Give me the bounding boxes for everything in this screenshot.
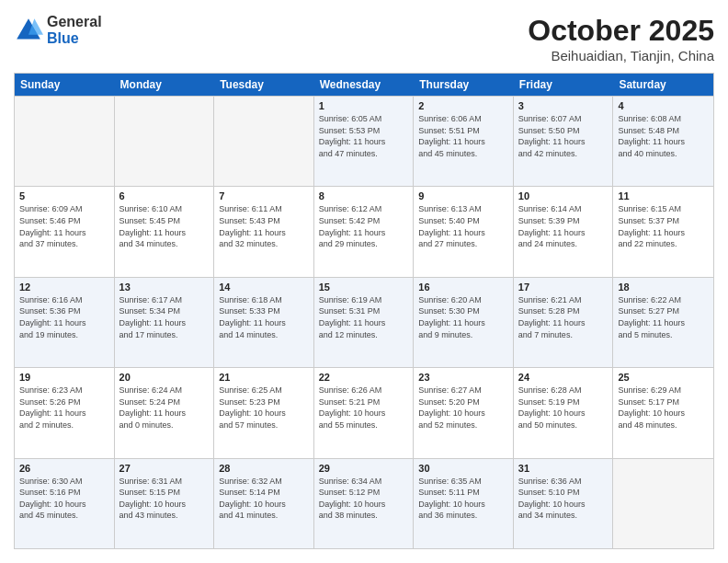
day-info: Sunrise: 6:06 AM Sunset: 5:51 PM Dayligh… — [418, 113, 508, 159]
day-number: 26 — [19, 463, 109, 474]
calendar-cell-5-sunday: 5Sunrise: 6:09 AM Sunset: 5:46 PM Daylig… — [15, 187, 115, 276]
day-info: Sunrise: 6:17 AM Sunset: 5:34 PM Dayligh… — [119, 294, 210, 340]
day-info: Sunrise: 6:29 AM Sunset: 5:17 PM Dayligh… — [618, 385, 709, 431]
day-number: 4 — [618, 100, 709, 111]
calendar-week-1: 1Sunrise: 6:05 AM Sunset: 5:53 PM Daylig… — [15, 96, 713, 186]
calendar-cell-8-wednesday: 8Sunrise: 6:12 AM Sunset: 5:42 PM Daylig… — [314, 187, 415, 276]
title-block: October 2025 Beihuaidian, Tianjin, China — [528, 14, 714, 63]
calendar-week-5: 26Sunrise: 6:30 AM Sunset: 5:16 PM Dayli… — [15, 458, 713, 548]
calendar-week-2: 5Sunrise: 6:09 AM Sunset: 5:46 PM Daylig… — [15, 186, 713, 276]
weekday-header-saturday: Saturday — [613, 74, 713, 96]
calendar-cell-19-sunday: 19Sunrise: 6:23 AM Sunset: 5:26 PM Dayli… — [15, 368, 115, 457]
day-info: Sunrise: 6:12 AM Sunset: 5:42 PM Dayligh… — [319, 203, 409, 249]
day-number: 7 — [219, 190, 309, 201]
day-number: 10 — [518, 190, 609, 201]
day-info: Sunrise: 6:34 AM Sunset: 5:12 PM Dayligh… — [319, 476, 409, 522]
weekday-header-thursday: Thursday — [414, 74, 514, 96]
logo-general-text: General — [47, 14, 102, 30]
calendar-cell-26-sunday: 26Sunrise: 6:30 AM Sunset: 5:16 PM Dayli… — [15, 459, 115, 548]
calendar-cell-18-saturday: 18Sunrise: 6:22 AM Sunset: 5:27 PM Dayli… — [613, 278, 713, 367]
day-number: 27 — [119, 463, 210, 474]
day-number: 17 — [518, 282, 609, 293]
day-number: 1 — [319, 100, 409, 111]
day-info: Sunrise: 6:21 AM Sunset: 5:28 PM Dayligh… — [518, 294, 609, 340]
day-info: Sunrise: 6:15 AM Sunset: 5:37 PM Dayligh… — [618, 203, 709, 249]
day-info: Sunrise: 6:18 AM Sunset: 5:33 PM Dayligh… — [219, 294, 309, 340]
day-info: Sunrise: 6:11 AM Sunset: 5:43 PM Dayligh… — [219, 203, 309, 249]
day-number: 11 — [618, 190, 709, 201]
day-number: 5 — [19, 190, 109, 201]
calendar-week-4: 19Sunrise: 6:23 AM Sunset: 5:26 PM Dayli… — [15, 367, 713, 457]
weekday-header-friday: Friday — [514, 74, 614, 96]
day-info: Sunrise: 6:35 AM Sunset: 5:11 PM Dayligh… — [418, 476, 508, 522]
day-info: Sunrise: 6:28 AM Sunset: 5:19 PM Dayligh… — [518, 385, 609, 431]
day-number: 15 — [319, 282, 409, 293]
logo-blue-text: Blue — [47, 30, 102, 47]
calendar-cell-28-tuesday: 28Sunrise: 6:32 AM Sunset: 5:14 PM Dayli… — [214, 459, 314, 548]
day-number: 22 — [319, 372, 409, 383]
calendar-cell-16-thursday: 16Sunrise: 6:20 AM Sunset: 5:30 PM Dayli… — [414, 278, 514, 367]
day-number: 21 — [219, 372, 309, 383]
calendar-cell-2-thursday: 2Sunrise: 6:06 AM Sunset: 5:51 PM Daylig… — [414, 97, 514, 186]
calendar-cell-11-saturday: 11Sunrise: 6:15 AM Sunset: 5:37 PM Dayli… — [613, 187, 713, 276]
calendar-body: 1Sunrise: 6:05 AM Sunset: 5:53 PM Daylig… — [15, 96, 713, 548]
day-info: Sunrise: 6:27 AM Sunset: 5:20 PM Dayligh… — [418, 385, 508, 431]
day-number: 23 — [418, 372, 508, 383]
calendar-cell-17-friday: 17Sunrise: 6:21 AM Sunset: 5:28 PM Dayli… — [514, 278, 614, 367]
day-info: Sunrise: 6:14 AM Sunset: 5:39 PM Dayligh… — [518, 203, 609, 249]
calendar-cell-empty-sunday — [15, 97, 115, 186]
weekday-header-tuesday: Tuesday — [214, 74, 314, 96]
calendar-cell-10-friday: 10Sunrise: 6:14 AM Sunset: 5:39 PM Dayli… — [514, 187, 614, 276]
day-number: 13 — [119, 282, 210, 293]
day-info: Sunrise: 6:22 AM Sunset: 5:27 PM Dayligh… — [618, 294, 709, 340]
day-number: 31 — [518, 463, 609, 474]
logo-text: General Blue — [47, 14, 102, 46]
day-number: 6 — [119, 190, 210, 201]
day-number: 24 — [518, 372, 609, 383]
day-number: 12 — [19, 282, 109, 293]
day-number: 30 — [418, 463, 508, 474]
weekday-header-wednesday: Wednesday — [314, 74, 415, 96]
day-info: Sunrise: 6:10 AM Sunset: 5:45 PM Dayligh… — [119, 203, 210, 249]
day-info: Sunrise: 6:36 AM Sunset: 5:10 PM Dayligh… — [518, 476, 609, 522]
calendar-cell-25-saturday: 25Sunrise: 6:29 AM Sunset: 5:17 PM Dayli… — [613, 368, 713, 457]
day-number: 18 — [618, 282, 709, 293]
calendar-cell-15-wednesday: 15Sunrise: 6:19 AM Sunset: 5:31 PM Dayli… — [314, 278, 415, 367]
day-number: 28 — [219, 463, 309, 474]
calendar-cell-1-wednesday: 1Sunrise: 6:05 AM Sunset: 5:53 PM Daylig… — [314, 97, 415, 186]
month-title: October 2025 — [528, 14, 714, 48]
calendar-cell-3-friday: 3Sunrise: 6:07 AM Sunset: 5:50 PM Daylig… — [514, 97, 614, 186]
day-info: Sunrise: 6:09 AM Sunset: 5:46 PM Dayligh… — [19, 203, 109, 249]
day-info: Sunrise: 6:07 AM Sunset: 5:50 PM Dayligh… — [518, 113, 609, 159]
calendar-cell-27-monday: 27Sunrise: 6:31 AM Sunset: 5:15 PM Dayli… — [115, 459, 215, 548]
calendar-cell-22-wednesday: 22Sunrise: 6:26 AM Sunset: 5:21 PM Dayli… — [314, 368, 415, 457]
calendar-header: SundayMondayTuesdayWednesdayThursdayFrid… — [15, 74, 713, 96]
calendar-cell-21-tuesday: 21Sunrise: 6:25 AM Sunset: 5:23 PM Dayli… — [214, 368, 314, 457]
location: Beihuaidian, Tianjin, China — [528, 48, 714, 63]
day-number: 25 — [618, 372, 709, 383]
calendar-cell-9-thursday: 9Sunrise: 6:13 AM Sunset: 5:40 PM Daylig… — [414, 187, 514, 276]
page: General Blue October 2025 Beihuaidian, T… — [0, 0, 728, 563]
logo: General Blue — [14, 14, 102, 46]
header: General Blue October 2025 Beihuaidian, T… — [14, 14, 714, 63]
calendar-cell-empty-tuesday — [214, 97, 314, 186]
day-info: Sunrise: 6:32 AM Sunset: 5:14 PM Dayligh… — [219, 476, 309, 522]
day-info: Sunrise: 6:08 AM Sunset: 5:48 PM Dayligh… — [618, 113, 709, 159]
day-number: 29 — [319, 463, 409, 474]
logo-icon — [14, 16, 43, 45]
day-info: Sunrise: 6:23 AM Sunset: 5:26 PM Dayligh… — [19, 385, 109, 431]
calendar-cell-23-thursday: 23Sunrise: 6:27 AM Sunset: 5:20 PM Dayli… — [414, 368, 514, 457]
calendar-cell-4-saturday: 4Sunrise: 6:08 AM Sunset: 5:48 PM Daylig… — [613, 97, 713, 186]
day-number: 19 — [19, 372, 109, 383]
day-info: Sunrise: 6:20 AM Sunset: 5:30 PM Dayligh… — [418, 294, 508, 340]
day-number: 16 — [418, 282, 508, 293]
day-number: 20 — [119, 372, 210, 383]
day-info: Sunrise: 6:13 AM Sunset: 5:40 PM Dayligh… — [418, 203, 508, 249]
day-number: 2 — [418, 100, 508, 111]
calendar-cell-empty-saturday — [613, 459, 713, 548]
calendar-cell-14-tuesday: 14Sunrise: 6:18 AM Sunset: 5:33 PM Dayli… — [214, 278, 314, 367]
day-number: 14 — [219, 282, 309, 293]
calendar-cell-20-monday: 20Sunrise: 6:24 AM Sunset: 5:24 PM Dayli… — [115, 368, 215, 457]
weekday-header-monday: Monday — [115, 74, 215, 96]
calendar-cell-12-sunday: 12Sunrise: 6:16 AM Sunset: 5:36 PM Dayli… — [15, 278, 115, 367]
